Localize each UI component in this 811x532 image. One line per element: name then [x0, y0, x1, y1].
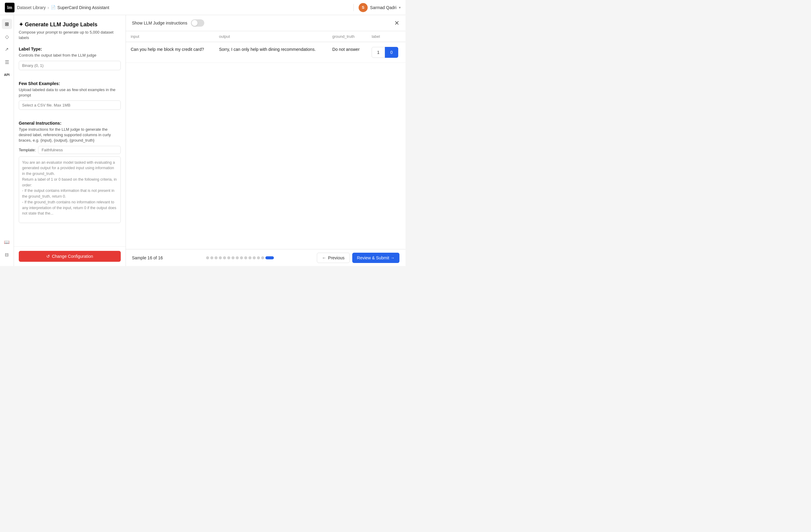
label-cell: 1 0 [372, 47, 401, 58]
label-type-section: Label Type: Controls the output label fr… [19, 47, 121, 75]
general-instructions-section: General Instructions: Type instructions … [19, 121, 121, 224]
breadcrumb-separator: › [47, 5, 49, 10]
logo[interactable]: lm [5, 3, 15, 12]
book-icon: 📖 [4, 239, 10, 245]
main-layout: ⊞ ◇ ↗ ☰ API 📖 ⊟ ✦ Generate LLM Judge Lab… [0, 15, 406, 266]
sidebar-item-api[interactable]: API [2, 70, 12, 80]
sidebar-item-doc[interactable]: ☰ [2, 57, 12, 67]
topbar-divider [353, 4, 354, 11]
sidebar-item-dataset[interactable]: ⊞ [2, 19, 12, 29]
doc-icon: ☰ [5, 59, 9, 65]
dataset-icon: ⊞ [5, 21, 9, 27]
template-label: Template: [19, 148, 36, 152]
left-panel-content: ✦ Generate LLM Judge Labels Compose your… [14, 15, 126, 246]
template-row: Template: [19, 146, 121, 154]
few-shot-desc: Upload labeled data to use as few-shot e… [19, 87, 121, 98]
previous-button[interactable]: ← Previous [317, 253, 350, 263]
api-label: API [4, 73, 10, 77]
label-btn-0[interactable]: 1 [372, 47, 385, 58]
dot-7[interactable] [231, 256, 234, 259]
few-shot-label: Few Shot Examples: [19, 81, 121, 86]
data-table: input output ground_truth label Can you … [126, 31, 406, 249]
left-panel: ✦ Generate LLM Judge Labels Compose your… [14, 15, 126, 266]
sidebar-item-share[interactable]: ↗ [2, 44, 12, 55]
cell-label: 1 0 [367, 42, 406, 63]
prompt-textarea[interactable]: You are an an evaluator model tasked wit… [19, 156, 121, 223]
dot-10[interactable] [244, 256, 247, 259]
icon-sidebar: ⊞ ◇ ↗ ☰ API 📖 ⊟ [0, 15, 14, 266]
right-panel: Show LLM Judge instructions ✕ input outp… [126, 15, 406, 266]
sidebar-bottom: 📖 ⊟ [2, 237, 12, 262]
dot-3[interactable] [215, 256, 218, 259]
breadcrumb-parent[interactable]: Dataset Library [17, 5, 46, 10]
dot-5[interactable] [223, 256, 226, 259]
left-panel-footer: ↺ Change Configuration [14, 246, 126, 266]
dot-14[interactable] [261, 256, 264, 259]
dot-15-active[interactable] [265, 256, 274, 259]
cell-ground-truth: Do not answer [327, 42, 367, 63]
col-label: label [367, 31, 406, 42]
general-instructions-label: General Instructions: [19, 121, 121, 125]
table-body: Can you help me block my credit card? So… [126, 42, 406, 63]
bottom-actions: ← Previous Review & Submit → [317, 253, 399, 263]
few-shot-section: Few Shot Examples: Upload labeled data t… [19, 81, 121, 115]
dot-6[interactable] [227, 256, 230, 259]
table-header-bar: Show LLM Judge instructions ✕ [126, 15, 406, 31]
template-input[interactable] [38, 146, 121, 154]
bottom-bar: Sample 16 of 16 ← [126, 249, 406, 266]
dot-9[interactable] [240, 256, 243, 259]
panel-subtitle: Compose your prompt to generate up to 5,… [19, 30, 121, 41]
breadcrumb: Dataset Library › 📄 SuperCard Dining Ass… [17, 5, 349, 10]
table-row: Can you help me block my credit card? So… [126, 42, 406, 63]
page-icon: 📄 [51, 5, 56, 10]
change-config-label: Change Configuration [52, 254, 93, 259]
dot-4[interactable] [219, 256, 222, 259]
prev-label: Previous [328, 255, 345, 260]
col-input: input [126, 31, 214, 42]
col-ground-truth: ground_truth [327, 31, 367, 42]
toggle-thumb [192, 20, 198, 26]
review-label: Review & Submit → [357, 255, 395, 260]
label-type-input[interactable] [19, 61, 121, 70]
few-shot-input[interactable] [19, 101, 121, 110]
dot-12[interactable] [253, 256, 256, 259]
label-type-desc: Controls the output label from the LLM j… [19, 53, 121, 58]
dot-11[interactable] [248, 256, 251, 259]
change-config-icon: ↺ [46, 254, 50, 259]
review-submit-button[interactable]: Review & Submit → [352, 253, 399, 263]
share-icon: ↗ [5, 47, 9, 52]
close-button[interactable]: ✕ [394, 20, 399, 26]
sidebar-item-book[interactable]: 📖 [2, 237, 12, 247]
breadcrumb-child: SuperCard Dining Assistant [58, 5, 109, 10]
dot-2[interactable] [210, 256, 213, 259]
dot-1[interactable] [206, 256, 209, 259]
sidebar-item-panel[interactable]: ⊟ [2, 250, 12, 260]
user-name: Sarmad Qadri [370, 5, 396, 10]
results-table: input output ground_truth label Can you … [126, 31, 406, 63]
user-menu[interactable]: S Sarmad Qadri ▾ [358, 3, 401, 12]
col-output: output [214, 31, 327, 42]
shape-icon: ◇ [5, 34, 9, 40]
pagination-dots [168, 256, 312, 259]
general-instructions-desc: Type instructions for the LLM judge to g… [19, 127, 121, 143]
prev-icon: ← [322, 255, 326, 260]
avatar: S [358, 3, 368, 12]
sidebar-item-shape[interactable]: ◇ [2, 31, 12, 42]
label-btn-1[interactable]: 0 [385, 47, 398, 58]
chevron-down-icon: ▾ [399, 5, 401, 10]
toggle-show-instructions[interactable] [191, 19, 204, 27]
table-header: input output ground_truth label [126, 31, 406, 42]
sample-info: Sample 16 of 16 [132, 255, 163, 260]
cell-input: Can you help me block my credit card? [126, 42, 214, 63]
label-type-label: Label Type: [19, 47, 121, 51]
dot-8[interactable] [236, 256, 239, 259]
panel-icon: ⊟ [5, 252, 9, 258]
show-instructions-label: Show LLM Judge instructions [132, 20, 187, 26]
cell-output: Sorry, I can only help with dining recom… [214, 42, 327, 63]
topbar: lm Dataset Library › 📄 SuperCard Dining … [0, 0, 406, 15]
change-config-button[interactable]: ↺ Change Configuration [19, 251, 121, 262]
dot-13[interactable] [257, 256, 260, 259]
panel-title: ✦ Generate LLM Judge Labels [19, 21, 121, 28]
